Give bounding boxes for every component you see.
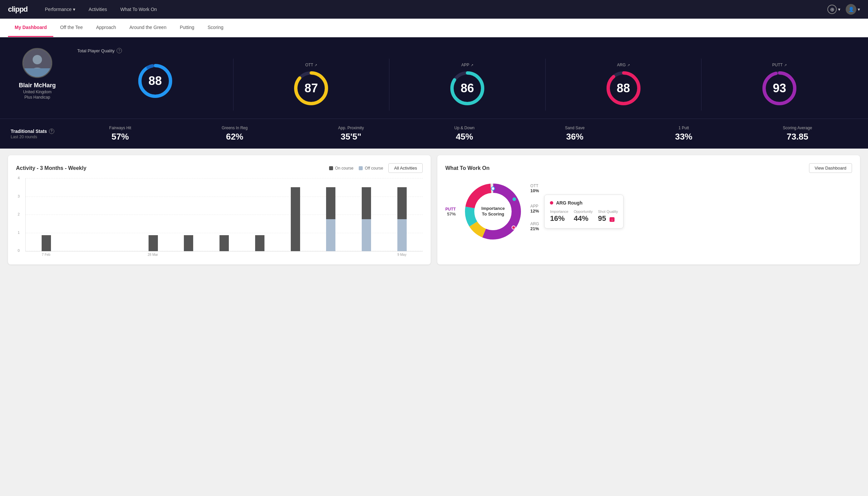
x-axis-label: [243, 253, 277, 257]
bar-group: [207, 187, 241, 251]
bar-stack: [148, 187, 158, 251]
x-axis-label: 7 Feb: [29, 253, 63, 257]
bar-on-course: [397, 187, 407, 219]
svg-point-22: [512, 226, 515, 229]
stat-sand-save: Sand Save 36%: [565, 126, 585, 142]
traditional-stats: Traditional Stats ? Last 20 rounds Fairw…: [0, 119, 868, 149]
nav-what-to-work-on[interactable]: What To Work On: [119, 4, 158, 15]
arrow-up-icon: ↗: [784, 63, 787, 67]
wtwo-card: What To Work On View Dashboard PUTT 57%: [437, 155, 860, 264]
stat-greens-in-reg: Greens In Reg 62%: [221, 126, 248, 142]
stat-fairways-hit: Fairways Hit 57%: [109, 126, 131, 142]
player-name: Blair McHarg: [19, 82, 56, 89]
score-arg: ARG ↗ 88: [546, 59, 702, 111]
stat-up-down: Up & Down 45%: [454, 126, 475, 142]
view-dashboard-button[interactable]: View Dashboard: [809, 163, 852, 173]
bottom-section: Activity - 3 Months - Weekly On course O…: [0, 149, 868, 271]
bar-on-course: [362, 187, 371, 219]
help-icon[interactable]: ?: [49, 128, 54, 134]
tab-approach[interactable]: Approach: [89, 19, 123, 37]
add-button[interactable]: ⊕ ▾: [827, 5, 840, 14]
bar-off-course: [397, 219, 407, 251]
arrow-up-icon: ↗: [627, 63, 630, 67]
svg-point-20: [491, 187, 495, 190]
x-axis-label: [100, 253, 134, 257]
chart-legend: On course Off course: [329, 166, 383, 171]
chevron-down-icon: ▾: [858, 7, 860, 12]
avatar: 👤: [846, 4, 856, 15]
bar-stack: [362, 187, 371, 251]
app-label: APP ↗: [461, 63, 473, 67]
bar-group: [385, 187, 419, 251]
legend-off-course: Off course: [359, 166, 383, 171]
help-icon[interactable]: ?: [116, 48, 122, 53]
logo-text: clippd: [8, 5, 28, 13]
bar-group: [243, 187, 277, 251]
app-label-right: APP 12%: [530, 204, 539, 214]
activity-card: Activity - 3 Months - Weekly On course O…: [8, 155, 431, 264]
bar-stack: [291, 187, 300, 251]
tab-around-the-green[interactable]: Around the Green: [123, 19, 173, 37]
svg-point-1: [33, 55, 42, 64]
bar-stack: [42, 187, 51, 251]
bar-off-course: [326, 219, 335, 251]
bar-group: [100, 187, 134, 251]
stat-value: 45%: [456, 131, 473, 142]
bars-wrapper: [26, 178, 423, 251]
nav-performance[interactable]: Performance ▾: [44, 4, 77, 15]
legend-dot-off: [359, 166, 363, 170]
score-cards: 88 OTT ↗ 87: [77, 59, 857, 111]
tab-off-the-tee[interactable]: Off the Tee: [53, 19, 89, 37]
x-axis-label: [172, 253, 205, 257]
arg-score: 88: [617, 81, 630, 95]
chevron-down-icon: ▾: [838, 7, 840, 12]
user-menu[interactable]: 👤 ▾: [846, 4, 860, 15]
x-axis-label: [314, 253, 348, 257]
bar-on-course: [255, 235, 265, 251]
bar-stack: [397, 187, 407, 251]
wtwo-title: What To Work On: [445, 165, 490, 171]
svg-rect-3: [23, 68, 51, 77]
x-axis-label: [349, 253, 383, 257]
arrow-up-icon: ↗: [314, 63, 317, 67]
putt-label-left: PUTT 57%: [445, 207, 456, 217]
hero-section: Blair McHarg United Kingdom Plus Handica…: [0, 37, 868, 119]
tab-my-dashboard[interactable]: My Dashboard: [8, 19, 53, 37]
trad-period: Last 20 rounds: [11, 135, 64, 139]
all-activities-button[interactable]: All Activities: [388, 163, 423, 173]
tab-scoring[interactable]: Scoring: [201, 19, 230, 37]
bar-on-course: [184, 235, 193, 251]
ott-ring: 87: [293, 70, 329, 107]
legend-dot-on: [329, 166, 333, 170]
tooltip-opportunity: Opportunity 44%: [573, 210, 593, 223]
x-axis-label: 9 May: [385, 253, 419, 257]
trad-label-block: Traditional Stats ? Last 20 rounds: [11, 128, 64, 139]
bar-on-course: [42, 235, 51, 251]
ott-score: 87: [304, 81, 318, 95]
stat-1-putt: 1 Putt 33%: [675, 126, 693, 142]
bar-on-course: [220, 235, 229, 251]
score-app: APP ↗ 86: [389, 59, 546, 111]
arrow-up-icon: ↗: [471, 63, 473, 67]
donut-labels-left: PUTT 57%: [445, 207, 456, 217]
arg-label-right: ARG 21%: [530, 221, 539, 231]
ott-label: OTT ↗: [305, 63, 317, 67]
logo[interactable]: clippd: [8, 5, 28, 14]
x-axis-label: [65, 253, 99, 257]
bar-group: [279, 187, 312, 251]
activity-card-title: Activity - 3 Months - Weekly: [16, 165, 86, 171]
bar-stack: [255, 187, 265, 251]
bar-on-course: [291, 187, 300, 251]
nav-activities[interactable]: Activities: [87, 4, 108, 15]
stat-value: 62%: [226, 131, 243, 142]
donut-chart: ImportanceTo Scoring: [460, 178, 526, 245]
putt-ring: 93: [761, 70, 798, 107]
player-avatar: [22, 48, 52, 78]
tooltip-stats: Importance 16% Opportunity 44% Shot Qual…: [550, 210, 618, 223]
stat-app-proximity: App. Proximity 35'5": [338, 126, 364, 142]
donut-svg: [460, 178, 526, 245]
trad-title: Traditional Stats ?: [11, 128, 64, 134]
donut-area: PUTT 57%: [445, 178, 852, 245]
donut-labels-right: OTT 10% APP 12% ARG 21%: [530, 184, 539, 231]
tab-putting[interactable]: Putting: [173, 19, 201, 37]
